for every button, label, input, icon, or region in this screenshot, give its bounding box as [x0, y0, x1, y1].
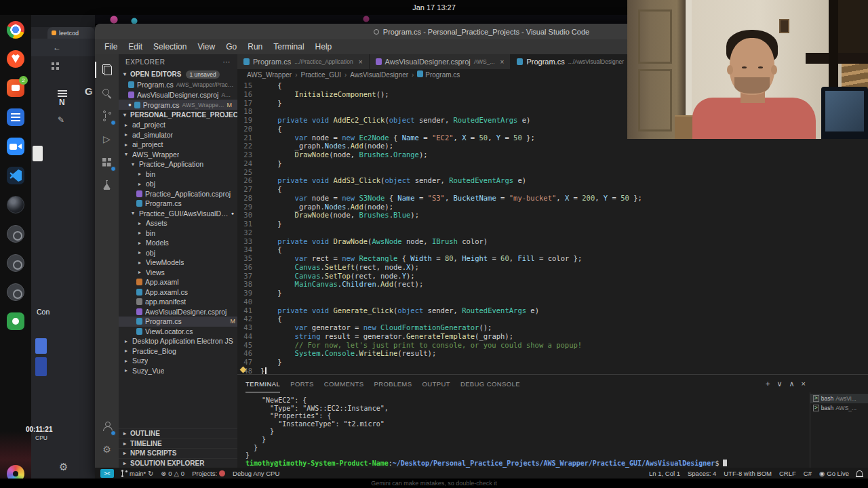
- tree-file-awsvisualdesigner-csproj[interactable]: AwsVisualDesigner.csproj: [119, 307, 237, 317]
- code-line-40[interactable]: 40: [237, 298, 868, 306]
- code-line-31[interactable]: 31 }: [237, 220, 868, 228]
- chat-icon[interactable]: 2: [7, 79, 24, 97]
- more-actions-icon[interactable]: ⋯: [223, 58, 231, 66]
- tree-folder-desktop-application-electron-js[interactable]: ▸Desktop Application Electron JS: [119, 336, 237, 346]
- code-line-34[interactable]: 34 {: [237, 245, 868, 254]
- eol-setting[interactable]: CRLF: [779, 470, 796, 477]
- tree-folder-bin[interactable]: ▸bin: [119, 169, 237, 180]
- terminal-prompt[interactable]: timothy@timothy-System-Product-Name:~/De…: [245, 460, 810, 468]
- section-npm-scripts[interactable]: ▸NPM SCRIPTS: [119, 448, 237, 458]
- tree-folder-suzy-vue[interactable]: ▸Suzy_Vue: [119, 366, 237, 376]
- breadcrumb-item-awsvisualdesigner[interactable]: AwsVisualDesigner: [350, 71, 408, 79]
- code-line-35[interactable]: 35 var rect = new Rectangle { Width = 80…: [237, 254, 868, 263]
- encoding-setting[interactable]: UTF-8 with BOM: [724, 470, 772, 477]
- cursor-position[interactable]: Ln 1, Col 1: [649, 470, 680, 477]
- terminal-picker-icon[interactable]: ∨: [776, 380, 782, 388]
- code-line-38[interactable]: 38 MainCanvas.Children.Add(rect);: [237, 280, 868, 289]
- breadcrumb-item-program-cs[interactable]: Program.cs: [417, 70, 460, 79]
- green-app-icon[interactable]: [7, 312, 24, 330]
- panel-tab-comments[interactable]: COMMENTS: [324, 375, 364, 392]
- menu-icon[interactable]: [58, 90, 67, 97]
- tree-folder-models[interactable]: ▸Models: [119, 238, 237, 248]
- code-line-23[interactable]: 23 DrawNode(node, Brushes.Orange);: [237, 150, 868, 159]
- panel-tab-problems[interactable]: PROBLEMS: [374, 375, 412, 392]
- documents-icon[interactable]: [7, 108, 24, 126]
- tree-file-app-manifest[interactable]: app.manifest: [119, 297, 237, 307]
- tree-folder-ad-project[interactable]: ▸ad_project: [119, 120, 237, 130]
- code-line-45[interactable]: 45 // For now, let's just print to conso…: [237, 341, 868, 350]
- back-arrow-icon[interactable]: ←: [53, 43, 61, 52]
- project-root-header[interactable]: ▾ PERSONAL_PRACTICE_PROJECTS: [119, 110, 237, 120]
- tree-folder-viewmodels[interactable]: ▸ViewModels: [119, 258, 237, 268]
- video-call-icon[interactable]: [7, 138, 24, 155]
- brave-icon[interactable]: [7, 50, 24, 68]
- tree-folder-ad-simulator[interactable]: ▸ad_simulator: [119, 130, 237, 140]
- terminal-session-bash-1[interactable]: >bashAWS_...: [810, 403, 868, 413]
- background-browser-window[interactable]: leetcod ← G N ✎ Con ⚙: [31, 15, 95, 488]
- terminal-output[interactable]: "NewEC2": { "Type": "AWS::EC2::Instance"…: [237, 392, 810, 468]
- code-line-24[interactable]: 24 }: [237, 159, 868, 168]
- tree-file-viewlocator-cs[interactable]: ViewLocator.cs: [119, 327, 237, 337]
- remote-indicator[interactable]: ><: [100, 469, 114, 478]
- terminal-session-bash-0[interactable]: >bashAwsVi...: [810, 394, 868, 403]
- open-editor-program-cs[interactable]: ●Program.csAWS_Wrapper/P...M: [119, 100, 237, 110]
- vscode-icon[interactable]: [7, 167, 24, 184]
- testing-icon[interactable]: [95, 175, 119, 195]
- tree-file-app-axaml-cs[interactable]: App.axaml.cs: [119, 287, 237, 298]
- editor-tab-awsvisualdesigner-csproj[interactable]: AwsVisualDesigner.csprojAWS_...×: [370, 54, 511, 69]
- menu-selection[interactable]: Selection: [148, 42, 192, 52]
- breadcrumb-item-aws-wrapper[interactable]: AWS_Wrapper: [247, 71, 292, 79]
- build-config[interactable]: Debug Any CPU: [233, 470, 279, 477]
- projects-indicator[interactable]: Projects:: [192, 470, 225, 477]
- code-line-39[interactable]: 39 }: [237, 289, 868, 298]
- code-line-27[interactable]: 27 {: [237, 185, 868, 194]
- code-line-47[interactable]: 47 }: [237, 358, 868, 367]
- open-editor-program-cs[interactable]: Program.csAWS_Wrapper/Practic...: [119, 79, 237, 89]
- panel-tab-terminal[interactable]: TERMINAL: [245, 375, 280, 392]
- code-line-43[interactable]: 43 var generator = new CloudFormationGen…: [237, 323, 868, 332]
- code-line-22[interactable]: 22 _graph.Nodes.Add(node);: [237, 142, 868, 150]
- code-line-42[interactable]: 42 {: [237, 314, 868, 323]
- tree-folder-practice-application[interactable]: ▾Practice_Application: [119, 159, 237, 169]
- explorer-icon[interactable]: [95, 60, 119, 80]
- indentation-setting[interactable]: Spaces: 4: [688, 470, 716, 477]
- tree-file-practice-application-csproj[interactable]: Practice_Application.csproj: [119, 189, 237, 199]
- panel-tab-output[interactable]: OUTPUT: [422, 375, 450, 392]
- close-panel-icon[interactable]: ×: [802, 380, 806, 388]
- tree-folder-assets[interactable]: ▸Assets: [119, 218, 237, 228]
- app-icon-3[interactable]: [7, 283, 24, 301]
- section-outline[interactable]: ▸OUTLINE: [119, 428, 237, 439]
- section-solution-explorer[interactable]: ▸SOLUTION EXPLORER: [119, 458, 237, 468]
- grid-icon[interactable]: [52, 62, 54, 65]
- settings-gear-icon[interactable]: ⚙: [95, 439, 119, 460]
- close-icon[interactable]: ×: [500, 58, 505, 66]
- section-timeline[interactable]: ▸TIMELINE: [119, 439, 237, 449]
- extensions-icon[interactable]: [95, 152, 119, 172]
- notifications-bell-icon[interactable]: [856, 470, 863, 476]
- language-mode[interactable]: C#: [804, 470, 812, 477]
- account-icon[interactable]: [95, 416, 119, 436]
- tree-folder-practice-blog[interactable]: ▸Practice_Blog: [119, 346, 237, 357]
- tree-folder-ai-project[interactable]: ▸ai_project: [119, 140, 237, 150]
- code-line-46[interactable]: 46 System.Console.WriteLine(result);: [237, 349, 868, 358]
- problems-indicator[interactable]: ⊗ 0 △ 0: [161, 470, 184, 477]
- panel-tab-debug-console[interactable]: DEBUG CONSOLE: [460, 375, 520, 392]
- sphere-icon[interactable]: [7, 196, 24, 214]
- menu-terminal[interactable]: Terminal: [268, 42, 309, 52]
- code-line-48[interactable]: 48}: [237, 367, 868, 374]
- menu-run[interactable]: Run: [242, 42, 268, 52]
- menu-view[interactable]: View: [192, 42, 220, 52]
- edit-pencil-icon[interactable]: ✎: [58, 115, 64, 125]
- tree-file-program-cs[interactable]: Program.cs: [119, 199, 237, 209]
- code-line-36[interactable]: 36 Canvas.SetLeft(rect, node.X);: [237, 263, 868, 272]
- tree-folder-obj[interactable]: ▸obj: [119, 179, 237, 189]
- source-control-icon[interactable]: [95, 106, 119, 126]
- app-icon-2[interactable]: [7, 254, 24, 272]
- code-line-44[interactable]: 44 string result = generator.GenerateTem…: [237, 332, 868, 341]
- tree-folder-obj[interactable]: ▸obj: [119, 248, 237, 258]
- settings-gear-icon[interactable]: ⚙: [59, 461, 68, 473]
- panel-tab-ports[interactable]: PORTS: [290, 375, 314, 392]
- search-icon[interactable]: [95, 83, 119, 103]
- tree-folder-practice-gui-awsvisualdesig[interactable]: ▾Practice_GUI/AwsVisualDesig...●: [119, 209, 237, 219]
- menu-file[interactable]: File: [99, 42, 123, 52]
